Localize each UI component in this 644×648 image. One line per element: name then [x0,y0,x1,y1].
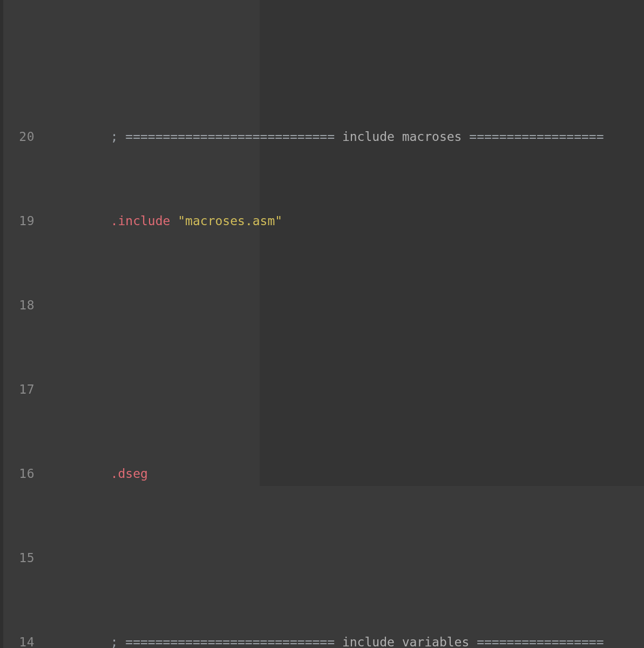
code-content: .dseg [43,463,148,484]
line-number: 18 [0,295,35,316]
code-content: ; ============================ include v… [43,632,604,648]
code-editor[interactable]: 20 ; ============================ includ… [0,0,644,648]
code-line[interactable]: 14 ; ============================ includ… [0,632,644,648]
code-content: .include "macroses.asm" [43,211,282,232]
code-line[interactable]: 17 [0,379,644,400]
code-line[interactable]: 19 .include "macroses.asm" [0,211,644,232]
code-line[interactable]: 18 [0,295,644,316]
line-number: 17 [0,379,35,400]
code-line[interactable]: 15 [0,548,644,569]
line-number: 16 [0,463,35,484]
code-content: ; ============================ include m… [43,126,604,147]
minimap-overlay [260,0,644,486]
code-line[interactable]: 20 ; ============================ includ… [0,126,644,147]
line-number: 19 [0,211,35,232]
line-number: 14 [0,632,35,648]
line-number: 20 [0,126,35,147]
line-number: 15 [0,548,35,569]
code-line[interactable]: 16 .dseg [0,463,644,484]
